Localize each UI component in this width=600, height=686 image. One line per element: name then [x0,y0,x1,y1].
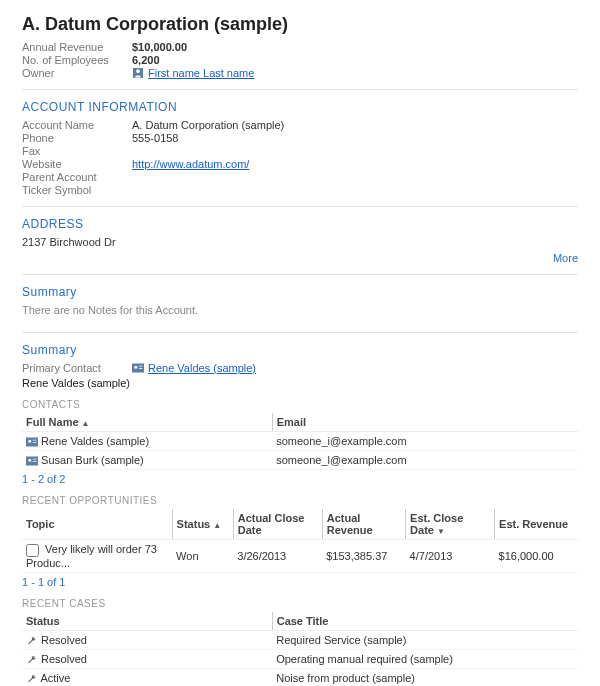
wrench-icon [26,674,38,684]
owner-value-container: First name Last name [132,67,254,79]
opp-actual-close: 3/26/2013 [233,540,322,573]
opportunities-pager[interactable]: 1 - 1 of 1 [22,576,578,588]
section-address: ADDRESS [22,217,578,231]
account-name-label: Account Name [22,119,132,131]
wrench-icon [26,636,38,646]
divider [22,274,578,275]
annual-revenue-label: Annual Revenue [22,41,132,53]
divider [22,332,578,333]
contact-name: Susan Burk (sample) [41,454,144,466]
contacts-table: Full Name▲ Email Rene Valdes (sample) so… [22,413,578,470]
case-title: Operating manual required (sample) [272,649,578,668]
contact-email: someone_i@example.com [272,432,578,451]
opp-topic: Very likely will order 73 Produc... [26,543,157,569]
case-status: Active [40,672,70,684]
primary-contact-label: Primary Contact [22,362,132,374]
employees-value: 6,200 [132,54,160,66]
opp-est-close: 4/7/2013 [406,540,495,573]
divider [22,89,578,90]
svg-point-1 [136,69,140,73]
address-line: 2137 Birchwood Dr [22,236,578,248]
svg-point-3 [134,366,137,369]
sort-asc-icon: ▲ [213,521,221,530]
case-status: Resolved [41,653,87,665]
svg-rect-13 [33,461,37,462]
notes-empty-text: There are no Notes for this Account. [22,304,578,316]
annual-revenue-value: $10,000.00 [132,41,187,53]
col-actual-close[interactable]: Actual Close Date [233,509,322,540]
case-title: Noise from product (sample) [272,668,578,686]
table-row[interactable]: Rene Valdes (sample) someone_i@example.c… [22,432,578,451]
opp-status: Won [172,540,233,573]
table-row[interactable]: ResolvedRequired Service (sample) [22,630,578,649]
svg-point-11 [28,459,31,462]
table-row[interactable]: ResolvedOperating manual required (sampl… [22,649,578,668]
phone-value: 555-0158 [132,132,179,144]
contact-name: Rene Valdes (sample) [41,435,149,447]
svg-rect-12 [33,459,37,460]
address-more-link[interactable]: More [553,252,578,264]
section-contacts: CONTACTS [22,399,578,410]
account-name-value: A. Datum Corporation (sample) [132,119,284,131]
divider [22,206,578,207]
case-title: Required Service (sample) [272,630,578,649]
col-case-status[interactable]: Status [22,612,272,631]
primary-contact-link[interactable]: Rene Valdes (sample) [148,362,256,374]
row-checkbox[interactable] [26,544,39,557]
svg-rect-5 [139,368,143,369]
phone-label: Phone [22,132,132,144]
employees-label: No. of Employees [22,54,132,66]
table-row[interactable]: Very likely will order 73 Produc... Won … [22,540,578,573]
page-title: A. Datum Corporation (sample) [22,14,578,35]
sort-asc-icon: ▲ [82,419,90,428]
col-actual-rev[interactable]: Actual Revenue [322,509,405,540]
contact-email: someone_l@example.com [272,451,578,470]
opp-actual-rev: $153,385.37 [322,540,405,573]
cases-table: Status Case Title ResolvedRequired Servi… [22,612,578,686]
fax-label: Fax [22,145,132,157]
contacts-pager[interactable]: 1 - 2 of 2 [22,473,578,485]
col-email[interactable]: Email [272,413,578,432]
svg-point-7 [28,440,31,443]
section-account-information: ACCOUNT INFORMATION [22,100,578,114]
svg-rect-9 [33,442,37,443]
section-opportunities: RECENT OPPORTUNITIES [22,495,578,506]
contact-card-icon [26,437,38,447]
ticker-label: Ticker Symbol [22,184,132,196]
parent-account-label: Parent Account [22,171,132,183]
contact-card-icon [26,456,38,466]
table-row[interactable]: Susan Burk (sample) someone_l@example.co… [22,451,578,470]
col-est-close[interactable]: Est. Close Date▼ [406,509,495,540]
col-topic[interactable]: Topic [22,509,172,540]
opportunities-table: Topic Status▲ Actual Close Date Actual R… [22,509,578,573]
website-label: Website [22,158,132,170]
svg-rect-8 [33,440,37,441]
wrench-icon [26,655,38,665]
col-case-title[interactable]: Case Title [272,612,578,631]
case-status: Resolved [41,634,87,646]
col-status[interactable]: Status▲ [172,509,233,540]
primary-contact-display: Rene Valdes (sample) [22,377,578,389]
website-link[interactable]: http://www.adatum.com/ [132,158,249,170]
section-summary-relations: Summary [22,343,578,357]
owner-link[interactable]: First name Last name [148,67,254,79]
opp-est-rev: $16,000.00 [495,540,578,573]
person-icon [132,68,144,78]
svg-rect-4 [139,366,143,367]
section-summary-notes: Summary [22,285,578,299]
col-full-name[interactable]: Full Name▲ [22,413,272,432]
owner-label: Owner [22,67,132,79]
sort-desc-icon: ▼ [437,527,445,536]
section-cases: RECENT CASES [22,598,578,609]
contact-card-icon [132,363,144,373]
col-est-rev[interactable]: Est. Revenue [495,509,578,540]
table-row[interactable]: ActiveNoise from product (sample) [22,668,578,686]
